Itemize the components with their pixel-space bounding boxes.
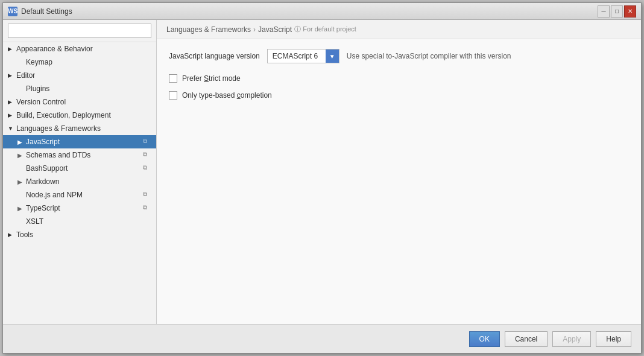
js-version-dropdown[interactable]: ECMAScript 6 ▼ [267,49,339,63]
sidebar-item-label: Node.js and NPM [26,191,143,199]
sidebar-item-markdown[interactable]: ▶ Markdown [3,175,156,188]
nav-tree: ▶ Appearance & Behavior Keymap ▶ Editor … [3,42,156,324]
sidebar-item-nodejs[interactable]: Node.js and NPM ⧉ [3,188,156,202]
type-based-label: Only type-based completion [182,91,272,100]
expand-arrow-icon: ▶ [17,179,26,185]
search-input[interactable] [8,24,151,38]
sidebar-item-label: Languages & Frameworks [16,124,101,133]
cancel-button[interactable]: Cancel [505,331,548,347]
copy-icon: ⧉ [143,191,151,199]
search-container [3,20,156,42]
sidebar-item-plugins[interactable]: Plugins [3,82,156,95]
expand-arrow-icon: ▶ [17,152,26,159]
sidebar-item-appearance[interactable]: ▶ Appearance & Behavior [3,42,156,56]
sidebar-item-label: XSLT [26,217,151,226]
content-area: ▶ Appearance & Behavior Keymap ▶ Editor … [3,20,641,324]
panel-content: JavaScript language version ECMAScript 6… [157,39,641,324]
copy-icon: ⧉ [143,164,151,173]
sidebar-item-build[interactable]: ▶ Build, Execution, Deployment [3,109,156,122]
bottom-bar: OK Cancel Apply Help [3,324,641,353]
expand-arrow-icon: ▶ [17,139,26,145]
js-version-description: Use special to-JavaScript compiler with … [347,52,511,60]
sidebar: ▶ Appearance & Behavior Keymap ▶ Editor … [3,20,157,324]
main-window: WS Default Settings ─ □ ✕ ▶ Appearance &… [2,2,642,354]
copy-icon: ⧉ [143,138,151,146]
js-version-label: JavaScript language version [169,52,260,60]
breadcrumb: Languages & Frameworks › JavaScript ⓘ Fo… [157,20,641,39]
sidebar-item-label: Appearance & Behavior [16,45,93,53]
expand-arrow-icon: ▼ [8,126,16,132]
type-based-checkbox[interactable] [169,91,177,100]
sidebar-item-keymap[interactable]: Keymap [3,56,156,69]
title-bar-controls: ─ □ ✕ [598,5,636,17]
expand-arrow-icon: ▶ [8,112,16,118]
help-button[interactable]: Help [596,331,631,347]
sidebar-item-label: Plugins [26,84,151,93]
breadcrumb-part1: Languages & Frameworks [166,25,251,34]
sidebar-item-label: Schemas and DTDs [26,151,143,159]
sidebar-item-schemas[interactable]: ▶ Schemas and DTDs ⧉ [3,148,156,162]
strict-mode-label: Prefer Strict mode [182,74,241,83]
sidebar-item-editor[interactable]: ▶ Editor [3,69,156,82]
sidebar-item-label: Editor [16,71,35,80]
minimize-button[interactable]: ─ [598,5,610,17]
maximize-button[interactable]: □ [611,5,623,17]
expand-arrow-icon: ▶ [8,72,16,78]
main-panel: Languages & Frameworks › JavaScript ⓘ Fo… [157,20,641,324]
strict-mode-checkbox[interactable] [169,74,177,83]
copy-icon: ⧉ [143,204,151,212]
ok-button[interactable]: OK [469,331,500,347]
title-bar: WS Default Settings ─ □ ✕ [3,3,641,20]
sidebar-item-label: BashSupport [26,164,143,173]
sidebar-item-xslt[interactable]: XSLT [3,215,156,228]
apply-button[interactable]: Apply [552,331,591,347]
close-button[interactable]: ✕ [624,5,636,17]
sidebar-item-label: Markdown [26,177,151,186]
js-version-row: JavaScript language version ECMAScript 6… [169,49,629,63]
expand-arrow-icon: ▶ [8,99,16,105]
strict-mode-row: Prefer Strict mode [169,74,629,83]
copy-icon: ⧉ [143,151,151,159]
sidebar-item-javascript[interactable]: ▶ JavaScript ⧉ [3,135,156,148]
breadcrumb-separator: › [253,25,256,34]
app-icon: WS [8,7,17,16]
expand-arrow-icon: ▶ [8,46,16,52]
window-title: Default Settings [21,7,72,16]
expand-arrow-icon: ▶ [8,232,16,238]
breadcrumb-part2: JavaScript [258,25,292,34]
sidebar-item-label: Build, Execution, Deployment [16,111,111,119]
sidebar-item-label: Tools [16,230,33,239]
sidebar-item-label: Version Control [16,98,66,106]
breadcrumb-info: ⓘ For default project [294,25,356,34]
expand-arrow-icon: ▶ [17,205,26,212]
sidebar-item-tools[interactable]: ▶ Tools [3,228,156,241]
sidebar-item-label: TypeScript [26,204,143,212]
sidebar-item-label: JavaScript [26,138,143,146]
sidebar-item-version-control[interactable]: ▶ Version Control [3,95,156,109]
js-version-value: ECMAScript 6 [268,51,326,62]
sidebar-item-label: Keymap [26,58,151,66]
dropdown-arrow-button[interactable]: ▼ [326,49,339,63]
title-bar-left: WS Default Settings [8,7,72,16]
type-based-row: Only type-based completion [169,91,629,100]
sidebar-item-typescript[interactable]: ▶ TypeScript ⧉ [3,202,156,215]
sidebar-item-languages[interactable]: ▼ Languages & Frameworks [3,122,156,135]
sidebar-item-bashsupport[interactable]: BashSupport ⧉ [3,162,156,175]
